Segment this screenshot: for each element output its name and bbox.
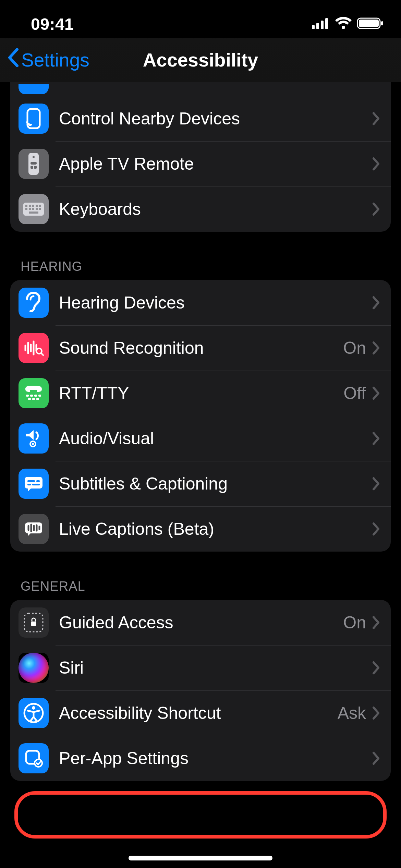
svg-rect-20	[29, 208, 31, 210]
settings-row-audio-visual[interactable]: Audio/Visual	[10, 416, 391, 461]
status-bar: 09:41	[0, 0, 401, 38]
highlight-annotation	[14, 791, 387, 839]
svg-rect-45	[32, 484, 40, 485]
settings-row-sound-recognition[interactable]: Sound Recognition On	[10, 325, 391, 371]
svg-rect-12	[34, 166, 37, 169]
settings-row-accessibility-shortcut[interactable]: Accessibility Shortcut Ask	[10, 690, 391, 736]
settings-row-control-nearby[interactable]: Control Nearby Devices	[10, 96, 391, 141]
settings-row-hearing-devices[interactable]: Hearing Devices	[10, 280, 391, 325]
audio-visual-icon	[19, 423, 49, 454]
row-label: Live Captions (Beta)	[59, 519, 372, 539]
row-label: Siri	[59, 658, 372, 678]
svg-rect-44	[27, 484, 31, 485]
svg-rect-14	[25, 205, 27, 207]
svg-rect-35	[38, 395, 41, 397]
chevron-right-icon	[372, 751, 380, 765]
svg-rect-24	[29, 212, 38, 214]
svg-rect-21	[32, 208, 34, 210]
chevron-right-icon	[372, 706, 380, 720]
row-label: Keyboards	[59, 199, 372, 219]
settings-row-live-captions[interactable]: Live Captions (Beta)	[10, 506, 391, 552]
content: Control Nearby Devices Apple TV Remote K…	[0, 82, 401, 781]
settings-group-hearing: Hearing Devices Sound Recognition On RTT…	[10, 280, 391, 552]
settings-group-physical: Control Nearby Devices Apple TV Remote K…	[10, 82, 391, 232]
row-label: Guided Access	[59, 613, 343, 632]
row-label: Control Nearby Devices	[59, 109, 372, 129]
screen: 09:41 Settings Accessibility	[0, 0, 401, 868]
svg-rect-41	[25, 477, 42, 489]
svg-rect-22	[36, 208, 38, 210]
settings-row-rtt-tty[interactable]: RTT/TTY Off	[10, 371, 391, 416]
control-nearby-icon	[19, 104, 49, 134]
svg-rect-32	[26, 395, 29, 397]
svg-line-31	[41, 353, 43, 355]
battery-icon	[357, 17, 384, 31]
svg-rect-38	[36, 398, 39, 400]
svg-rect-34	[34, 395, 37, 397]
section-header-hearing: HEARING	[10, 232, 391, 280]
chevron-right-icon	[372, 661, 380, 675]
row-label: Apple TV Remote	[59, 154, 372, 174]
svg-rect-37	[32, 398, 35, 400]
svg-rect-5	[359, 20, 379, 27]
row-label: Hearing Devices	[59, 293, 372, 313]
settings-row-per-app-settings[interactable]: Per-App Settings	[10, 736, 391, 781]
row-label: Accessibility Shortcut	[59, 703, 338, 723]
subtitles-icon	[19, 469, 49, 499]
svg-rect-16	[32, 205, 34, 207]
settings-row-subtitles[interactable]: Subtitles & Captioning	[10, 461, 391, 506]
settings-row-guided-access[interactable]: Guided Access On	[10, 600, 391, 645]
svg-point-40	[32, 443, 34, 445]
settings-group-general: Guided Access On Siri Accessibility Shor…	[10, 600, 391, 781]
apple-tv-remote-icon	[19, 149, 49, 179]
svg-rect-10	[31, 162, 37, 165]
svg-rect-23	[39, 208, 41, 210]
svg-rect-36	[28, 398, 31, 400]
cellular-icon	[312, 17, 330, 31]
siri-icon	[19, 653, 49, 683]
row-label: RTT/TTY	[59, 383, 343, 403]
settings-row-partial[interactable]	[10, 82, 391, 96]
ear-icon	[19, 288, 49, 318]
svg-rect-1	[316, 23, 319, 29]
wifi-icon	[335, 17, 352, 31]
sound-recognition-icon	[19, 333, 49, 363]
svg-rect-3	[325, 18, 328, 29]
chevron-right-icon	[372, 341, 380, 355]
live-captions-icon	[19, 514, 49, 544]
chevron-right-icon	[372, 616, 380, 629]
chevron-right-icon	[372, 296, 380, 310]
chevron-right-icon	[372, 202, 380, 216]
chevron-right-icon	[372, 477, 380, 491]
chevron-right-icon	[372, 112, 380, 125]
row-label: Sound Recognition	[59, 338, 343, 358]
svg-point-55	[32, 706, 35, 710]
chevron-right-icon	[372, 522, 380, 536]
svg-rect-11	[31, 166, 33, 169]
svg-rect-15	[29, 205, 31, 207]
rtt-tty-icon	[19, 378, 49, 408]
back-button[interactable]: Settings	[0, 48, 89, 72]
svg-rect-33	[30, 395, 33, 397]
guided-access-icon	[19, 607, 49, 638]
row-label: Per-App Settings	[59, 748, 372, 768]
status-time: 09:41	[31, 15, 74, 34]
settings-row-apple-tv-remote[interactable]: Apple TV Remote	[10, 141, 391, 186]
svg-rect-43	[36, 480, 40, 482]
settings-row-keyboards[interactable]: Keyboards	[10, 186, 391, 232]
status-indicators	[312, 17, 384, 31]
keyboard-icon	[19, 194, 49, 224]
svg-rect-6	[381, 21, 383, 25]
svg-rect-0	[312, 25, 315, 29]
svg-rect-19	[25, 208, 27, 210]
chevron-right-icon	[372, 386, 380, 400]
svg-rect-17	[36, 205, 38, 207]
chevron-right-icon	[372, 432, 380, 445]
accessibility-icon	[19, 698, 49, 728]
home-indicator[interactable]	[129, 856, 272, 860]
row-value: On	[343, 613, 366, 632]
chevron-left-icon	[7, 48, 19, 72]
navigation-bar: Settings Accessibility	[0, 38, 401, 82]
settings-row-siri[interactable]: Siri	[10, 645, 391, 690]
row-value: On	[343, 338, 366, 358]
